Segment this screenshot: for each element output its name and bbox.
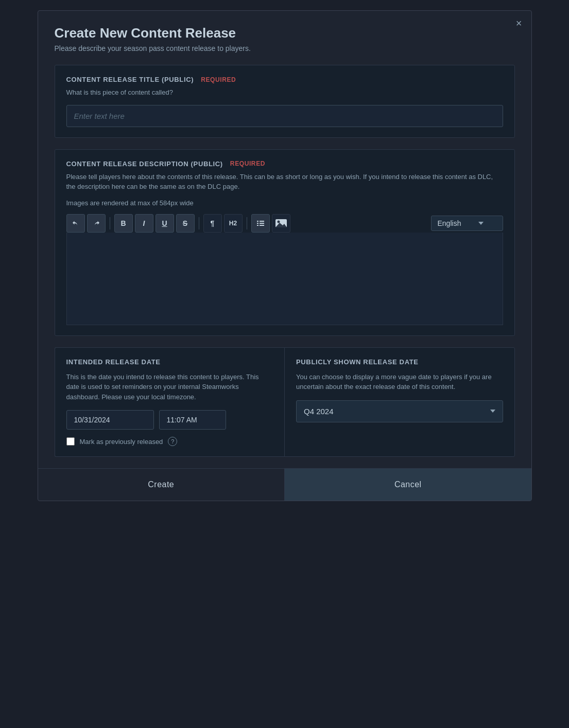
language-select-value: English — [438, 219, 461, 227]
italic-button[interactable]: I — [135, 214, 153, 233]
public-date-chevron-icon — [490, 410, 495, 413]
heading-button[interactable]: H2 — [224, 214, 243, 233]
close-button[interactable]: × — [516, 18, 522, 28]
undo-button[interactable] — [66, 214, 85, 233]
editor-toolbar: B I U S ¶ H2 — [66, 214, 503, 233]
date-inputs — [66, 410, 273, 430]
description-section: CONTENT RELEASE DESCRIPTION (PUBLIC) REQ… — [55, 149, 515, 336]
toolbar-divider-3 — [247, 217, 247, 229]
release-time-input[interactable] — [159, 410, 226, 430]
bold-button[interactable]: B — [114, 214, 133, 233]
public-date-dropdown[interactable]: Q4 2024 — [296, 400, 503, 422]
public-date-value: Q4 2024 — [304, 407, 334, 416]
title-section-label: CONTENT RELEASE TITLE (PUBLIC) — [66, 76, 194, 83]
description-section-header: CONTENT RELEASE DESCRIPTION (PUBLIC) REQ… — [66, 160, 503, 168]
svg-rect-4 — [257, 225, 258, 226]
content-release-title-input[interactable] — [66, 105, 503, 127]
svg-rect-3 — [260, 223, 264, 224]
list-button[interactable] — [251, 214, 270, 233]
public-release-section: PUBLICLY SHOWN RELEASE DATE You can choo… — [284, 347, 515, 457]
help-icon[interactable]: ? — [168, 437, 177, 446]
title-section-header: CONTENT RELEASE TITLE (PUBLIC) REQUIRED — [66, 76, 503, 83]
title-section-description: What is this piece of content called? — [66, 87, 503, 98]
toolbar-divider-1 — [110, 217, 110, 229]
title-section: CONTENT RELEASE TITLE (PUBLIC) REQUIRED … — [55, 65, 515, 138]
redo-button[interactable] — [87, 214, 106, 233]
image-button[interactable] — [272, 214, 290, 233]
modal-footer: Create Cancel — [38, 468, 531, 501]
description-section-description: Please tell players here about the conte… — [66, 172, 503, 192]
release-date-input[interactable] — [66, 410, 154, 430]
svg-point-7 — [277, 220, 280, 223]
svg-rect-2 — [257, 223, 258, 224]
public-release-label: PUBLICLY SHOWN RELEASE DATE — [296, 358, 503, 366]
public-release-description: You can choose to display a more vague d… — [296, 372, 503, 392]
svg-rect-0 — [257, 221, 258, 222]
svg-rect-1 — [260, 221, 264, 222]
cancel-button[interactable]: Cancel — [285, 469, 531, 501]
previously-released-label: Mark as previously released — [80, 438, 163, 446]
intended-release-section: INTENDED RELEASE DATE This is the date y… — [55, 347, 285, 457]
previously-released-checkbox[interactable] — [66, 437, 75, 446]
paragraph-button[interactable]: ¶ — [203, 214, 222, 233]
modal-title: Create New Content Release — [55, 25, 515, 41]
create-button[interactable]: Create — [38, 469, 285, 501]
language-chevron-icon — [478, 222, 484, 225]
underline-button[interactable]: U — [156, 214, 174, 233]
intended-release-label: INTENDED RELEASE DATE — [66, 358, 273, 366]
toolbar-divider-2 — [199, 217, 199, 229]
modal-subtitle: Please describe your season pass content… — [55, 44, 515, 52]
dates-row: INTENDED RELEASE DATE This is the date y… — [55, 347, 515, 457]
description-editor[interactable] — [66, 233, 503, 325]
language-select[interactable]: English — [431, 216, 503, 231]
strikethrough-button[interactable]: S — [176, 214, 195, 233]
description-section-label: CONTENT RELEASE DESCRIPTION (PUBLIC) — [66, 160, 223, 168]
create-content-release-modal: × Create New Content Release Please desc… — [38, 10, 532, 501]
svg-rect-5 — [260, 225, 264, 226]
images-note: Images are rendered at max of 584px wide — [66, 199, 503, 207]
description-required-badge: REQUIRED — [230, 160, 265, 167]
title-required-badge: REQUIRED — [201, 76, 236, 83]
intended-release-description: This is the date you intend to release t… — [66, 372, 273, 402]
previously-released-row: Mark as previously released ? — [66, 437, 273, 446]
